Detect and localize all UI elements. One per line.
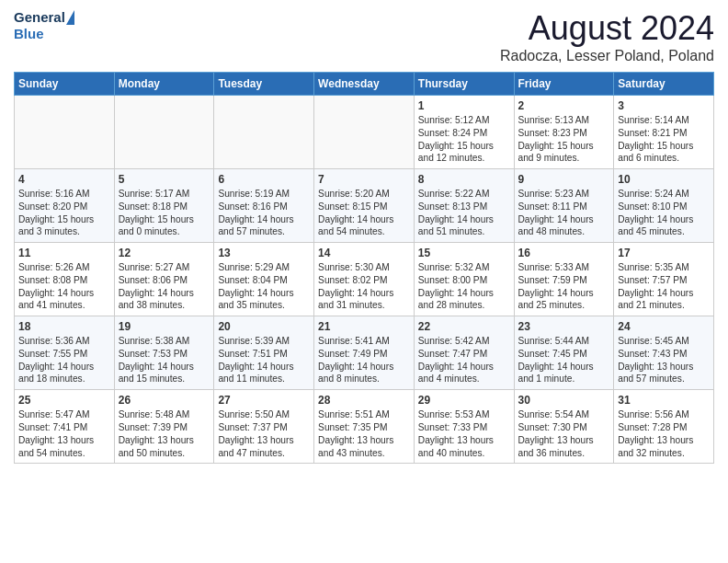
day-info-line: Daylight: 14 hours	[318, 213, 410, 226]
calendar-cell: 23Sunrise: 5:44 AMSunset: 7:45 PMDayligh…	[514, 316, 614, 390]
day-header: Saturday	[614, 73, 714, 96]
day-info-line: Sunrise: 5:33 AM	[518, 261, 610, 274]
calendar-cell: 16Sunrise: 5:33 AMSunset: 7:59 PMDayligh…	[514, 243, 614, 316]
day-number: 10	[618, 173, 710, 186]
days-of-week-row: SundayMondayTuesdayWednesdayThursdayFrid…	[15, 73, 714, 96]
day-info-line: and 6 minutes.	[618, 152, 710, 165]
day-info-line: Sunrise: 5:32 AM	[418, 261, 510, 274]
day-number: 17	[618, 247, 710, 259]
day-info-line: Sunset: 7:49 PM	[318, 348, 410, 361]
day-info-line: Sunset: 8:13 PM	[418, 201, 510, 213]
calendar-cell: 20Sunrise: 5:39 AMSunset: 7:51 PMDayligh…	[214, 316, 314, 390]
calendar-cell: 22Sunrise: 5:42 AMSunset: 7:47 PMDayligh…	[414, 316, 514, 390]
day-info-line: and 21 minutes.	[618, 299, 710, 312]
calendar-cell: 3Sunrise: 5:14 AMSunset: 8:21 PMDaylight…	[614, 96, 714, 169]
day-info-line: Sunset: 8:20 PM	[18, 201, 110, 213]
day-info-line: Sunset: 7:28 PM	[618, 421, 710, 434]
day-info-line: and 47 minutes.	[218, 447, 310, 460]
title-block: August 2024 Radocza, Lesser Poland, Pola…	[500, 9, 714, 64]
day-info-line: Sunset: 7:47 PM	[418, 348, 510, 361]
day-info-line: Sunrise: 5:27 AM	[119, 261, 210, 274]
calendar-week-row: 4Sunrise: 5:16 AMSunset: 8:20 PMDaylight…	[15, 169, 714, 243]
day-info-line: Sunset: 8:21 PM	[618, 127, 710, 140]
day-info-line: Sunrise: 5:17 AM	[119, 188, 210, 201]
calendar-cell: 18Sunrise: 5:36 AMSunset: 7:55 PMDayligh…	[15, 316, 115, 390]
calendar-cell: 6Sunrise: 5:19 AMSunset: 8:16 PMDaylight…	[214, 169, 314, 243]
day-info-line: Daylight: 14 hours	[618, 287, 710, 300]
day-info-line: Daylight: 14 hours	[418, 361, 510, 373]
day-info-line: and 32 minutes.	[618, 447, 710, 460]
day-info-line: Daylight: 14 hours	[418, 287, 510, 300]
day-info-line: and 57 minutes.	[618, 373, 710, 385]
day-info-line: Daylight: 13 hours	[418, 434, 510, 447]
day-info-line: Sunrise: 5:30 AM	[318, 261, 410, 274]
day-info-line: and 50 minutes.	[119, 447, 210, 460]
calendar-table: SundayMondayTuesdayWednesdayThursdayFrid…	[14, 72, 714, 464]
day-number: 1	[418, 99, 510, 112]
calendar-week-row: 1Sunrise: 5:12 AMSunset: 8:24 PMDaylight…	[15, 96, 714, 169]
day-info-line: Sunrise: 5:50 AM	[218, 408, 310, 421]
day-number: 18	[18, 320, 110, 333]
day-info-line: Daylight: 13 hours	[18, 434, 110, 447]
day-number: 20	[218, 320, 310, 333]
day-info-line: Sunrise: 5:36 AM	[18, 335, 110, 348]
calendar-cell	[214, 96, 314, 169]
day-number: 11	[18, 247, 110, 259]
day-info-line: Sunset: 7:55 PM	[18, 348, 110, 361]
day-info-line: Sunset: 7:59 PM	[518, 274, 610, 287]
day-info-line: Daylight: 14 hours	[518, 287, 610, 300]
day-info-line: Daylight: 14 hours	[318, 361, 410, 373]
day-number: 13	[218, 247, 310, 259]
day-info-line: and 9 minutes.	[518, 152, 610, 165]
day-info-line: Sunset: 7:45 PM	[518, 348, 610, 361]
calendar-cell: 21Sunrise: 5:41 AMSunset: 7:49 PMDayligh…	[314, 316, 415, 390]
day-info-line: and 25 minutes.	[518, 299, 610, 312]
day-header: Friday	[514, 73, 614, 96]
day-number: 30	[518, 394, 610, 407]
day-info-line: Daylight: 14 hours	[318, 287, 410, 300]
day-number: 16	[518, 247, 610, 259]
day-header: Wednesday	[314, 73, 415, 96]
day-info-line: Sunrise: 5:54 AM	[518, 408, 610, 421]
day-info-line: and 45 minutes.	[618, 225, 710, 238]
calendar-cell: 7Sunrise: 5:20 AMSunset: 8:15 PMDaylight…	[314, 169, 415, 243]
day-info-line: Daylight: 14 hours	[218, 361, 310, 373]
day-info-line: Sunrise: 5:20 AM	[318, 188, 410, 201]
day-number: 23	[518, 320, 610, 333]
day-info-line: Daylight: 14 hours	[618, 213, 710, 226]
day-number: 7	[318, 173, 410, 186]
day-number: 6	[218, 173, 310, 186]
day-number: 21	[318, 320, 410, 333]
day-info-line: Sunset: 7:35 PM	[318, 421, 410, 434]
calendar-cell: 29Sunrise: 5:53 AMSunset: 7:33 PMDayligh…	[414, 390, 514, 464]
calendar-cell: 14Sunrise: 5:30 AMSunset: 8:02 PMDayligh…	[314, 243, 415, 316]
day-info-line: and 36 minutes.	[518, 447, 610, 460]
day-info-line: Sunrise: 5:47 AM	[18, 408, 110, 421]
day-info-line: and 3 minutes.	[18, 225, 110, 238]
day-info-line: Sunrise: 5:16 AM	[18, 188, 110, 201]
day-info-line: and 18 minutes.	[18, 373, 110, 385]
day-info-line: Daylight: 13 hours	[518, 434, 610, 447]
day-info-line: and 31 minutes.	[318, 299, 410, 312]
day-info-line: and 54 minutes.	[318, 225, 410, 238]
day-info-line: and 57 minutes.	[218, 225, 310, 238]
day-info-line: Sunset: 7:41 PM	[18, 421, 110, 434]
logo-triangle-icon	[66, 10, 74, 25]
day-info-line: Sunrise: 5:51 AM	[318, 408, 410, 421]
day-info-line: Sunset: 7:33 PM	[418, 421, 510, 434]
day-info-line: Sunset: 7:30 PM	[518, 421, 610, 434]
day-number: 5	[119, 173, 210, 186]
day-number: 26	[119, 394, 210, 407]
day-info-line: Sunset: 7:43 PM	[618, 348, 710, 361]
day-number: 22	[418, 320, 510, 333]
day-info-line: Daylight: 13 hours	[618, 361, 710, 373]
logo-general: General	[14, 9, 65, 26]
day-info-line: Sunset: 8:24 PM	[418, 127, 510, 140]
day-info-line: Sunset: 8:15 PM	[318, 201, 410, 213]
day-header: Tuesday	[214, 73, 314, 96]
logo-blue: Blue	[14, 26, 44, 41]
calendar-cell: 19Sunrise: 5:38 AMSunset: 7:53 PMDayligh…	[114, 316, 214, 390]
logo: General Blue	[14, 9, 74, 42]
calendar-cell: 9Sunrise: 5:23 AMSunset: 8:11 PMDaylight…	[514, 169, 614, 243]
day-info-line: Sunset: 7:37 PM	[218, 421, 310, 434]
